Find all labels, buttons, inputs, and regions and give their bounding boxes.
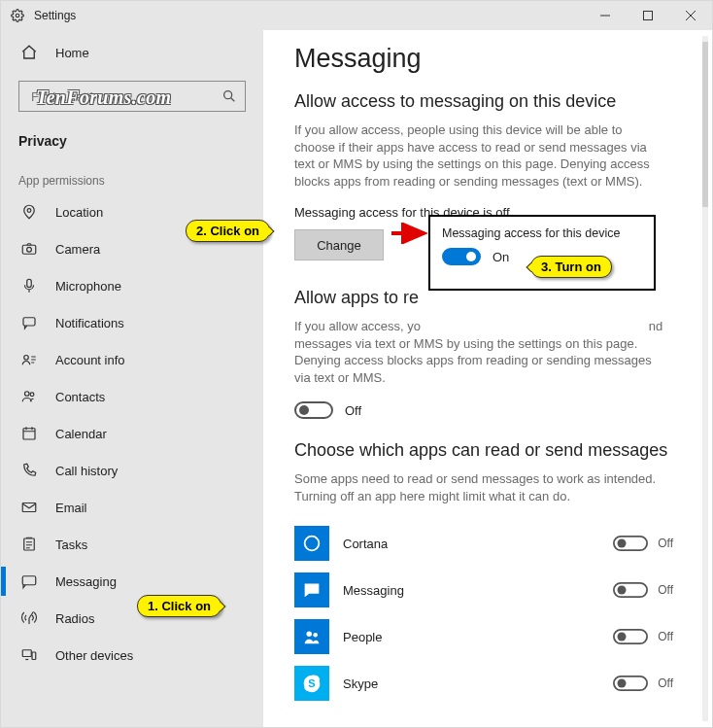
- people-app-icon: [294, 619, 329, 654]
- notifications-icon: [20, 314, 38, 331]
- contacts-icon: [20, 388, 38, 405]
- sidebar-item-calendar[interactable]: Calendar: [1, 415, 263, 452]
- app-toggle-label: Off: [658, 676, 673, 690]
- messaging-app-icon: [294, 572, 329, 607]
- camera-icon: [20, 240, 38, 258]
- section-app-access-desc: If you allow access, yo xxxxxxxxxxxxxxxx…: [294, 318, 663, 386]
- app-toggle-cortana[interactable]: [613, 536, 648, 551]
- app-toggle-label: Off: [658, 537, 673, 550]
- change-button-label: Change: [317, 238, 361, 253]
- sidebar-item-label: Calendar: [55, 427, 107, 441]
- close-button[interactable]: [669, 1, 712, 30]
- sidebar-item-label: Account info: [55, 353, 125, 367]
- svg-rect-11: [23, 318, 35, 326]
- svg-rect-2: [644, 12, 653, 20]
- home-icon: [20, 44, 38, 61]
- scroll-thumb[interactable]: [702, 42, 708, 207]
- skype-app-icon: S: [294, 666, 329, 701]
- section-device-access-desc: If you allow access, people using this d…: [294, 121, 663, 190]
- sidebar-item-messaging[interactable]: Messaging: [1, 563, 263, 600]
- svg-point-5: [224, 91, 232, 99]
- email-icon: [20, 499, 38, 516]
- app-toggle-messaging[interactable]: [613, 582, 648, 598]
- app-toggle-skype[interactable]: [613, 676, 648, 691]
- messaging-icon: [20, 572, 38, 590]
- main-content: Messaging Allow access to messaging on t…: [263, 30, 712, 727]
- minimize-button[interactable]: [584, 1, 627, 30]
- svg-rect-19: [22, 650, 31, 657]
- change-button[interactable]: Change: [294, 229, 384, 260]
- svg-point-12: [24, 356, 29, 361]
- app-toggle-label: Off: [658, 630, 673, 643]
- search-input[interactable]: [29, 88, 221, 105]
- sidebar-item-label: Radios: [55, 611, 94, 626]
- sidebar-item-label: Camera: [55, 242, 100, 257]
- sidebar-section-title: Privacy: [1, 112, 263, 156]
- svg-point-21: [305, 537, 320, 551]
- annotation-step-1: 1. Click on: [137, 595, 221, 617]
- app-list: Cortana Off Messaging Off People: [294, 520, 712, 707]
- svg-point-13: [25, 392, 30, 397]
- sidebar-item-label: Call history: [55, 464, 118, 478]
- popup-toggle-label: On: [492, 250, 509, 264]
- svg-point-23: [313, 633, 318, 638]
- calendar-icon: [20, 425, 38, 442]
- page-title: Messaging: [294, 44, 712, 74]
- settings-icon: [11, 9, 24, 22]
- microphone-icon: [20, 277, 38, 295]
- svg-text:S: S: [308, 677, 315, 689]
- search-box[interactable]: [18, 81, 246, 112]
- section-choose-apps-desc: Some apps need to read or send messages …: [294, 470, 673, 504]
- sidebar-item-label: Notifications: [55, 316, 124, 330]
- svg-point-9: [27, 247, 32, 252]
- section-choose-apps-heading: Choose which apps can read or send messa…: [294, 440, 712, 461]
- account-icon: [20, 351, 38, 368]
- sidebar-item-microphone[interactable]: Microphone: [1, 267, 263, 304]
- svg-point-7: [27, 209, 31, 213]
- sidebar-item-other-devices[interactable]: Other devices: [1, 637, 263, 674]
- sidebar-item-label: Messaging: [55, 574, 117, 589]
- maximize-button[interactable]: [627, 1, 669, 30]
- svg-point-14: [30, 393, 34, 397]
- window-title: Settings: [34, 9, 76, 22]
- sidebar-item-call-history[interactable]: Call history: [1, 452, 263, 489]
- window-titlebar: Settings: [1, 1, 712, 30]
- app-name-label: People: [343, 630, 382, 644]
- nav-home-label: Home: [55, 46, 89, 60]
- sidebar-item-label: Contacts: [55, 390, 105, 404]
- app-toggle-people[interactable]: [613, 629, 648, 644]
- app-access-toggle-row: Off: [294, 401, 712, 419]
- sidebar-item-label: Microphone: [55, 279, 121, 294]
- sidebar-item-account-info[interactable]: Account info: [1, 341, 263, 378]
- location-icon: [20, 203, 38, 221]
- annotation-step-2: 2. Click on: [186, 220, 270, 242]
- svg-line-6: [231, 98, 235, 102]
- app-row-cortana: Cortana Off: [294, 520, 673, 567]
- sidebar-item-label: Tasks: [55, 537, 87, 552]
- call-history-icon: [20, 462, 38, 479]
- section-device-access-heading: Allow access to messaging on this device: [294, 91, 712, 112]
- app-row-messaging: Messaging Off: [294, 567, 673, 613]
- popup-toggle[interactable]: [442, 248, 481, 265]
- app-name-label: Skype: [343, 676, 378, 691]
- sidebar-item-label: Email: [55, 501, 87, 515]
- sidebar: Home TenForums.com Privacy App permissio…: [1, 30, 263, 727]
- nav-home[interactable]: Home: [1, 34, 263, 71]
- sidebar-item-tasks[interactable]: Tasks: [1, 526, 263, 563]
- svg-point-22: [307, 632, 313, 638]
- svg-point-0: [16, 14, 19, 17]
- popup-title: Messaging access for this device: [442, 226, 642, 240]
- svg-rect-18: [22, 576, 36, 585]
- sidebar-item-contacts[interactable]: Contacts: [1, 378, 263, 415]
- svg-rect-15: [23, 429, 35, 439]
- app-toggle-label: Off: [658, 583, 673, 597]
- app-access-toggle[interactable]: [294, 401, 333, 419]
- sidebar-item-email[interactable]: Email: [1, 489, 263, 526]
- sidebar-item-notifications[interactable]: Notifications: [1, 304, 263, 341]
- sidebar-item-label: Other devices: [55, 648, 133, 663]
- red-arrow-icon: [390, 223, 432, 244]
- radios-icon: [20, 609, 38, 627]
- scrollbar[interactable]: [702, 36, 708, 721]
- sidebar-item-label: Location: [55, 205, 103, 220]
- sidebar-subhead: App permissions: [1, 156, 263, 193]
